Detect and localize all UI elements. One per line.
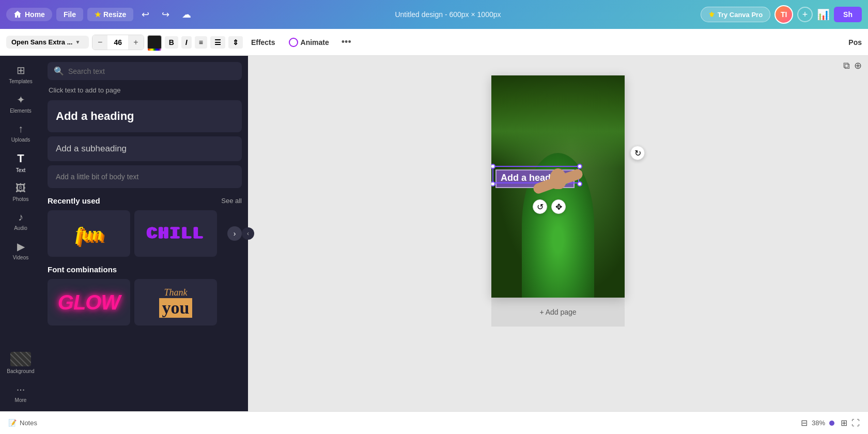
resize-button[interactable]: ★ Resize [87, 8, 133, 21]
background-icon [10, 352, 31, 366]
animate-icon [289, 38, 298, 47]
search-icon: 🔍 [54, 66, 64, 76]
sidebar-label-text: Text [16, 167, 25, 173]
scroll-right-button[interactable]: › [227, 226, 242, 241]
sidebar-item-background[interactable]: Background [0, 348, 41, 378]
sidebar-label-elements: Elements [10, 108, 32, 114]
recently-used-title: Recently used [48, 196, 100, 205]
main-layout: ⊞ Templates ✦ Elements ↑ Uploads T Text … [0, 56, 868, 411]
font-selector[interactable]: Open Sans Extra ... ▼ [6, 36, 89, 49]
add-body-button[interactable]: Add a little bit of body text [48, 165, 242, 188]
font-combinations-header: Font combinations [48, 265, 242, 274]
elements-icon: ✦ [17, 94, 25, 106]
list-item[interactable]: GLOW [48, 279, 130, 326]
list-item[interactable]: fun [48, 210, 130, 257]
list-item[interactable]: CHILL [134, 210, 217, 257]
sidebar-label-templates: Templates [9, 79, 33, 84]
design-title: Untitled design - 600px × 1000px [199, 10, 696, 19]
redo-button[interactable]: ↪ [158, 6, 174, 23]
animate-button[interactable]: Animate [284, 35, 334, 50]
text-color-button[interactable] [147, 35, 162, 50]
photos-icon: 🖼 [16, 182, 26, 194]
sidebar-item-templates[interactable]: ⊞ Templates [0, 60, 41, 88]
sidebar-item-more[interactable]: ··· More [0, 379, 41, 407]
decrease-size-button[interactable]: − [92, 35, 107, 50]
grid-view-button[interactable]: ⊞ [841, 418, 847, 428]
add-page-icon-button[interactable]: ⊕ [854, 60, 862, 71]
fullscreen-button[interactable]: ⛶ [851, 419, 860, 428]
canvas-area: ⧉ ⊕ Add a headi ✦ [248, 56, 868, 411]
see-all-button[interactable]: See all [221, 197, 242, 205]
crown-icon: ⚜ [708, 10, 715, 19]
notes-icon: 📝 [8, 419, 17, 427]
zoom-controls: ⊟ 38% [801, 418, 834, 428]
notes-button[interactable]: 📝 Notes [8, 419, 37, 427]
sidebar-label-audio: Audio [14, 225, 27, 231]
home-button[interactable]: Home [6, 8, 52, 21]
search-input[interactable] [68, 67, 236, 75]
font-size-control: − 46 + [92, 35, 144, 50]
sidebar-item-text[interactable]: T Text [0, 148, 41, 177]
sidebar-item-audio[interactable]: ♪ Audio [0, 207, 41, 235]
bottom-bar: 📝 Notes ⊟ 38% ⊞ ⛶ [0, 411, 868, 434]
list-button[interactable]: ☰ [210, 36, 225, 49]
font-combinations-title: Font combinations [48, 265, 117, 274]
sidebar-label-photos: Photos [12, 196, 28, 202]
more-options-button[interactable]: ••• [337, 35, 355, 50]
icon-sidebar: ⊞ Templates ✦ Elements ↑ Uploads T Text … [0, 56, 41, 411]
add-page-area: + Add page [491, 298, 625, 327]
refresh-handle[interactable]: ↺ [533, 199, 547, 214]
selection-handle-tr[interactable] [577, 164, 582, 169]
file-button[interactable]: File [56, 8, 83, 21]
add-page-button[interactable]: + Add page [529, 304, 586, 320]
zoom-dot [829, 421, 834, 426]
effects-button[interactable]: Effects [246, 36, 281, 49]
recently-used-grid: fun CHILL › [48, 210, 242, 257]
hide-panel-button[interactable]: ‹ [242, 227, 254, 240]
share-button[interactable]: Sh [834, 7, 862, 22]
list-item[interactable]: Thank you [134, 279, 217, 326]
try-canva-pro-button[interactable]: ⚜ Try Canva Pro [701, 7, 770, 22]
sidebar-item-uploads[interactable]: ↑ Uploads [0, 119, 41, 147]
font-size-value: 46 [107, 36, 128, 49]
rotate-handle[interactable]: ↻ [630, 146, 645, 160]
align-button[interactable]: ≡ [195, 36, 207, 49]
avatar[interactable]: TI [774, 5, 793, 24]
audio-icon: ♪ [18, 211, 23, 223]
sidebar-item-elements[interactable]: ✦ Elements [0, 89, 41, 118]
stats-icon[interactable]: 📊 [817, 8, 830, 21]
move-handle[interactable]: ✥ [551, 199, 566, 214]
undo-button[interactable]: ↩ [137, 6, 153, 23]
position-button[interactable]: Pos [848, 38, 862, 47]
sidebar-item-videos[interactable]: ▶ Videos [0, 236, 41, 265]
copy-page-button[interactable]: ⧉ [843, 60, 850, 71]
chill-text-style: CHILL [147, 224, 204, 243]
spacing-button[interactable]: ⇕ [228, 36, 243, 49]
text-icon: T [17, 152, 24, 165]
panel-container: 🔍 Click text to add to page Add a headin… [41, 56, 248, 411]
uploads-icon: ↑ [18, 123, 23, 135]
canvas-top-bar: ⧉ ⊕ [248, 56, 868, 75]
design-canvas: Add a headi ✦ ↺ ✥ [491, 75, 625, 298]
add-subheading-button[interactable]: Add a subheading [48, 136, 242, 161]
dropdown-arrow-icon: ▼ [75, 39, 81, 45]
add-collaborator-button[interactable]: + [797, 7, 813, 22]
bold-button[interactable]: B [165, 36, 178, 49]
italic-button[interactable]: I [181, 36, 192, 49]
sidebar-item-photos[interactable]: 🖼 Photos [0, 178, 41, 206]
hide-pages-button[interactable]: ⊟ [801, 418, 808, 428]
zoom-value: 38% [812, 419, 825, 427]
text-panel: 🔍 Click text to add to page Add a headin… [41, 56, 248, 411]
sidebar-label-background: Background [7, 368, 34, 374]
add-heading-button[interactable]: Add a heading [48, 100, 242, 132]
cloud-save-button[interactable]: ☁ [178, 6, 195, 23]
home-label: Home [25, 10, 45, 19]
templates-icon: ⊞ [17, 64, 25, 76]
person-head [550, 168, 566, 189]
topbar: Home File ★ Resize ↩ ↪ ☁ Untitled design… [0, 0, 868, 29]
toolbar: Open Sans Extra ... ▼ − 46 + B I ≡ ☰ ⇕ E… [0, 29, 868, 56]
selection-handle-br[interactable] [577, 181, 582, 187]
increase-size-button[interactable]: + [128, 35, 143, 50]
videos-icon: ▶ [17, 240, 25, 253]
fun-text-style: fun [75, 223, 102, 244]
